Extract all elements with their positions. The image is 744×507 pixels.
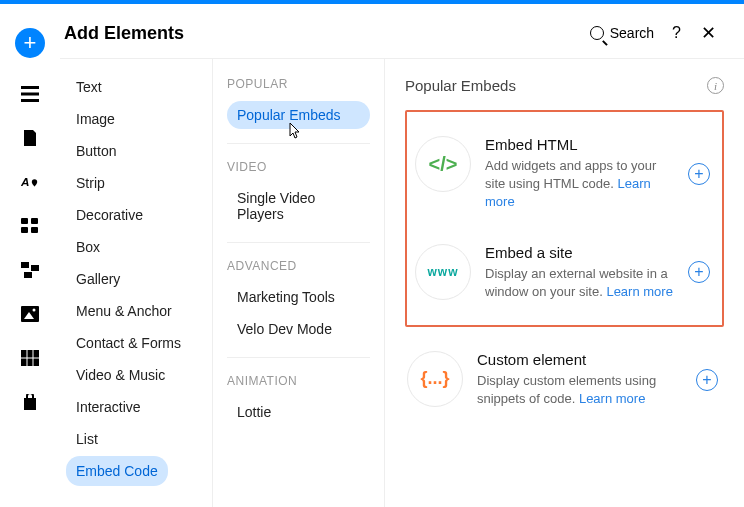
element-card[interactable]: {...}Custom elementDisplay custom elemen… [405,335,724,424]
dev-icon[interactable] [21,262,39,278]
subcategory-item[interactable]: Single Video Players [227,184,370,228]
svg-rect-9 [31,265,39,271]
page-icon[interactable] [21,130,39,146]
category-embed-code[interactable]: Embed Code [66,456,168,486]
svg-rect-5 [31,218,38,224]
category-button[interactable]: Button [66,136,126,166]
subcategory-item[interactable]: Lottie [227,398,370,426]
data-icon[interactable] [21,350,39,366]
category-menu-anchor[interactable]: Menu & Anchor [66,296,182,326]
category-contact-forms[interactable]: Contact & Forms [66,328,191,358]
card-title: Custom element [477,351,682,368]
add-button[interactable]: + [15,28,45,58]
svg-text:A: A [21,176,29,189]
category-gallery[interactable]: Gallery [66,264,130,294]
card-title: Embed HTML [485,136,674,153]
category-video-music[interactable]: Video & Music [66,360,175,390]
close-button[interactable]: ✕ [697,22,720,44]
svg-rect-10 [24,272,32,278]
card-description: Display custom elements using snippets o… [477,372,682,408]
card-description: Display an external website in a window … [485,265,674,301]
svg-rect-0 [21,86,39,89]
element-card[interactable]: </>Embed HTMLAdd widgets and apps to you… [413,120,716,228]
svg-point-13 [33,309,36,312]
svg-rect-6 [21,227,28,233]
add-element-button[interactable]: + [696,369,718,391]
search-label: Search [610,25,654,41]
elements-panel: Popular Embeds i </>Embed HTMLAdd widget… [384,58,744,507]
www-icon: www [415,244,471,300]
subcategory-list: PopularPopular EmbedsVideoSingle Video P… [212,58,384,507]
info-icon[interactable]: i [707,77,724,94]
group-label: Popular [227,77,370,91]
svg-rect-7 [31,227,38,233]
category-box[interactable]: Box [66,232,110,262]
add-element-button[interactable]: + [688,163,710,185]
category-decorative[interactable]: Decorative [66,200,153,230]
panel-header: Add Elements Search ? ✕ [60,4,744,58]
category-text[interactable]: Text [66,72,112,102]
html-icon: </> [415,136,471,192]
left-rail: + A [0,4,60,507]
search-button[interactable]: Search [590,25,654,41]
elements-panel-title: Popular Embeds [405,77,516,94]
svg-rect-1 [21,93,39,96]
category-image[interactable]: Image [66,104,125,134]
group-label: Animation [227,374,370,388]
category-strip[interactable]: Strip [66,168,115,198]
category-list[interactable]: List [66,424,108,454]
group-label: Advanced [227,259,370,273]
custom-icon: {...} [407,351,463,407]
subcategory-item[interactable]: Marketing Tools [227,283,370,311]
subcategory-item[interactable]: Popular Embeds [227,101,370,129]
learn-more-link[interactable]: Learn more [485,176,651,209]
cursor-icon [285,121,303,145]
subcategory-item[interactable]: Velo Dev Mode [227,315,370,343]
search-icon [590,26,604,40]
card-title: Embed a site [485,244,674,261]
panel-title: Add Elements [64,23,590,44]
media-icon[interactable] [21,306,39,322]
svg-rect-2 [21,99,39,102]
section-icon[interactable] [21,86,39,102]
highlight-box: </>Embed HTMLAdd widgets and apps to you… [405,110,724,327]
apps-icon[interactable] [21,218,39,234]
category-list: TextImageButtonStripDecorativeBoxGallery… [60,58,212,507]
add-element-button[interactable]: + [688,261,710,283]
card-description: Add widgets and apps to your site using … [485,157,674,212]
element-card[interactable]: wwwEmbed a siteDisplay an external websi… [413,228,716,317]
learn-more-link[interactable]: Learn more [579,391,645,406]
learn-more-link[interactable]: Learn more [606,284,672,299]
help-button[interactable]: ? [672,24,681,42]
svg-rect-8 [21,262,29,268]
svg-rect-4 [21,218,28,224]
styles-icon[interactable]: A [21,174,39,190]
group-label: Video [227,160,370,174]
store-icon[interactable] [21,394,39,410]
category-interactive[interactable]: Interactive [66,392,151,422]
